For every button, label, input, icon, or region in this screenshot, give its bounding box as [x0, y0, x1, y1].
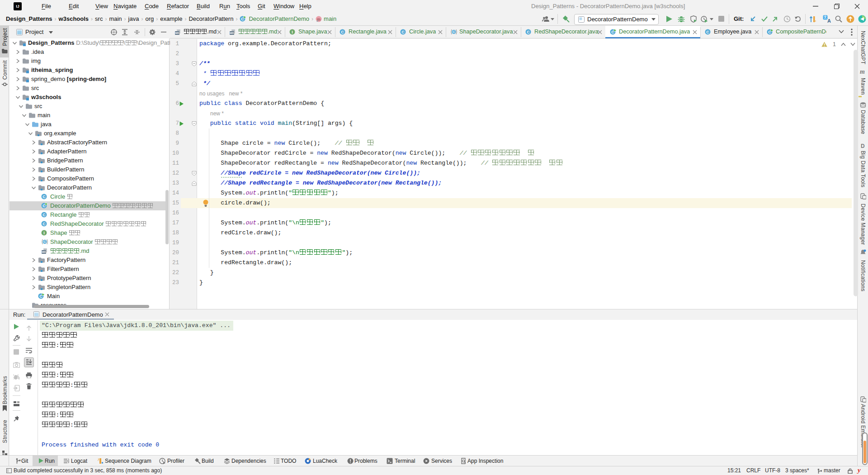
svg-text:C: C [42, 213, 46, 217]
svg-text:C: C [42, 222, 46, 226]
svg-text:C: C [401, 30, 405, 34]
svg-text:C: C [453, 30, 455, 34]
svg-text:C: C [527, 30, 530, 34]
svg-text:C: C [706, 30, 709, 34]
svg-text:C: C [341, 30, 344, 34]
svg-text:I: I [43, 231, 45, 235]
svg-text:MD: MD [230, 32, 234, 34]
svg-text:C: C [43, 240, 46, 244]
svg-text:MD: MD [175, 32, 179, 34]
svg-text:A: A [827, 18, 831, 23]
svg-text:C: C [42, 195, 46, 199]
svg-text:D: D [861, 143, 865, 149]
svg-text:MD: MD [42, 251, 46, 253]
svg-text:I: I [292, 30, 293, 34]
svg-text:m: m [860, 68, 865, 75]
